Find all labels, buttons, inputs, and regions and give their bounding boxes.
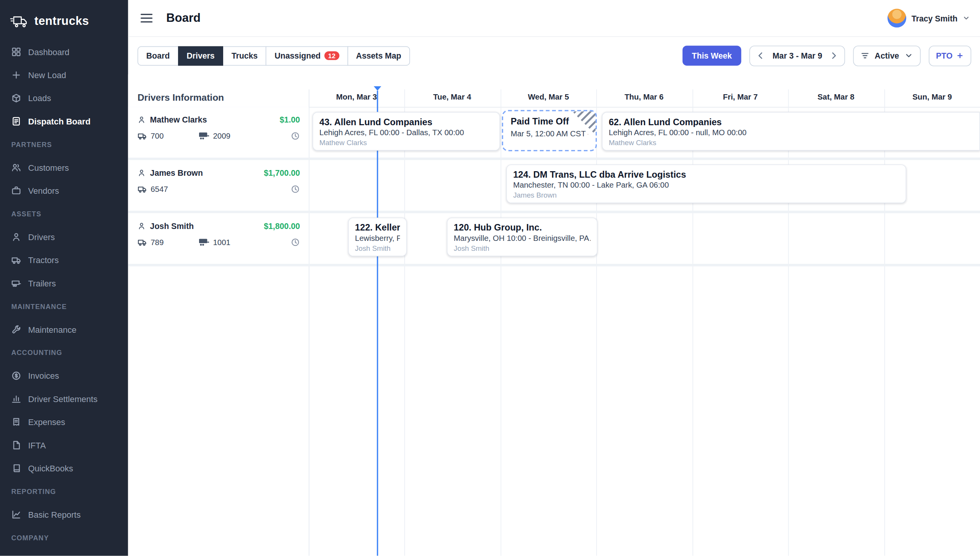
driver-amount: $1,700.00 bbox=[264, 168, 300, 177]
day-header: Sun, Mar 9 bbox=[884, 87, 980, 107]
date-range-picker: Mar 3 - Mar 9 bbox=[750, 45, 846, 66]
menu-icon[interactable] bbox=[140, 14, 152, 23]
load-card[interactable]: 62. Allen Lund Companies Lehigh Acres, F… bbox=[602, 112, 980, 150]
truck-icon bbox=[137, 237, 147, 247]
driver-row[interactable]: James Brown $1,700.00 6547 bbox=[128, 160, 309, 211]
tab-drivers[interactable]: Drivers bbox=[178, 46, 224, 65]
day-header: Wed, Mar 5 bbox=[501, 87, 596, 107]
dollar-circle-icon bbox=[11, 371, 21, 381]
toolbar: Board Drivers Trucks Unassigned 12 Asset… bbox=[128, 37, 980, 74]
person-icon bbox=[137, 116, 145, 124]
chevron-left-icon[interactable] bbox=[756, 51, 765, 60]
sidebar-item-label: Drivers bbox=[28, 232, 55, 242]
row-divider bbox=[128, 264, 980, 267]
tab-label: Drivers bbox=[186, 51, 214, 60]
sidebar-item-ifta[interactable]: IFTA bbox=[6, 436, 122, 455]
sidebar-item-dashboard[interactable]: Dashboard bbox=[6, 43, 122, 61]
sidebar-item-label: IFTA bbox=[28, 440, 46, 450]
load-driver: Mathew Clarks bbox=[609, 139, 973, 146]
load-card[interactable]: 124. DM Trans, LLC dba Arrive Logistics … bbox=[506, 164, 906, 203]
sidebar-item-maintenance[interactable]: Maintenance bbox=[6, 320, 122, 339]
truck-icon bbox=[137, 131, 147, 141]
sidebar-item-label: Tractors bbox=[28, 255, 59, 265]
avatar bbox=[888, 9, 906, 28]
load-card[interactable]: 43. Allen Lund Companies Lehigh Acres, F… bbox=[312, 112, 500, 150]
driver-name: Josh Smith bbox=[150, 221, 194, 231]
plus-icon bbox=[956, 52, 964, 60]
unassigned-count-badge: 12 bbox=[324, 51, 339, 60]
sidebar-item-label: Basic Reports bbox=[28, 510, 80, 519]
sidebar-item-driver-settlements[interactable]: Driver Settlements bbox=[6, 389, 122, 408]
user-name: Tracy Smith bbox=[911, 13, 957, 23]
toolbar-right: This Week Mar 3 - Mar 9 Active PTO bbox=[683, 45, 971, 66]
sidebar-item-loads[interactable]: Loads bbox=[6, 89, 122, 108]
sidebar-item-label: Dashboard bbox=[28, 47, 69, 56]
screen: tentrucks Dashboard New Load Loads Dispa… bbox=[0, 0, 980, 556]
sidebar-item-trailers[interactable]: Trailers bbox=[6, 274, 122, 293]
pto-add-button[interactable]: PTO bbox=[928, 45, 971, 66]
pto-label: PTO bbox=[936, 51, 952, 60]
load-card[interactable]: 120. Hub Group, Inc. Marysville, OH 10:0… bbox=[447, 217, 597, 256]
tab-assets-map[interactable]: Assets Map bbox=[347, 46, 410, 65]
sidebar-item-vendors[interactable]: Vendors bbox=[6, 181, 122, 200]
tab-label: Trucks bbox=[232, 51, 258, 60]
sidebar-item-employees[interactable]: Employees bbox=[6, 551, 122, 556]
logo[interactable]: tentrucks bbox=[0, 0, 128, 43]
briefcase-icon bbox=[11, 186, 21, 196]
sidebar-item-customers[interactable]: Customers bbox=[6, 158, 122, 177]
load-title: 122. Keller F… bbox=[355, 222, 400, 232]
sidebar-item-tractors[interactable]: Tractors bbox=[6, 251, 122, 270]
trailer-number: 2009 bbox=[213, 132, 230, 141]
load-route: Marysville, OH 10:00 - Breinigsville, PA… bbox=[454, 234, 591, 243]
clipboard-icon bbox=[11, 116, 21, 126]
sidebar-item-expenses[interactable]: Expenses bbox=[6, 413, 122, 432]
main-content: Board Tracy Smith Board Drivers Trucks U… bbox=[128, 0, 980, 556]
clock-icon[interactable] bbox=[291, 131, 300, 141]
sidebar-item-label: Loads bbox=[28, 93, 51, 103]
tab-label: Board bbox=[146, 51, 170, 60]
clock-icon[interactable] bbox=[291, 185, 300, 194]
load-driver: Josh Smith bbox=[454, 244, 591, 252]
sidebar-item-label: Trailers bbox=[28, 278, 56, 288]
driver-row[interactable]: Josh Smith $1,800.00 789 1001 bbox=[128, 213, 309, 264]
sidebar-item-new-load[interactable]: New Load bbox=[6, 65, 122, 84]
tab-board[interactable]: Board bbox=[137, 46, 178, 65]
driver-row[interactable]: Mathew Clarks $1.00 700 2009 bbox=[128, 107, 309, 157]
day-header: Tue, Mar 4 bbox=[404, 87, 500, 107]
this-week-button[interactable]: This Week bbox=[683, 46, 742, 65]
status-filter-dropdown[interactable]: Active bbox=[853, 45, 920, 66]
sidebar-item-quickbooks[interactable]: QuickBooks bbox=[6, 459, 122, 478]
sidebar-item-drivers[interactable]: Drivers bbox=[6, 227, 122, 246]
load-route: Lewisberry, P… bbox=[355, 234, 400, 243]
sidebar-item-dispatch-board[interactable]: Dispatch Board bbox=[6, 112, 122, 131]
current-time-caret bbox=[374, 86, 381, 90]
truck-number: 700 bbox=[150, 132, 163, 141]
document-icon bbox=[11, 440, 21, 450]
sidebar-item-basic-reports[interactable]: Basic Reports bbox=[6, 505, 122, 524]
load-title: 124. DM Trans, LLC dba Arrive Logistics bbox=[513, 169, 899, 179]
clock-icon[interactable] bbox=[291, 237, 300, 247]
wrench-icon bbox=[11, 324, 21, 334]
status-filter-label: Active bbox=[875, 51, 899, 60]
sidebar-item-label: Dispatch Board bbox=[28, 116, 90, 126]
sidebar-item-invoices[interactable]: Invoices bbox=[6, 366, 122, 385]
view-tabs: Board Drivers Trucks Unassigned 12 Asset… bbox=[137, 46, 410, 65]
user-menu[interactable]: Tracy Smith bbox=[888, 9, 970, 28]
tab-unassigned[interactable]: Unassigned 12 bbox=[266, 46, 348, 65]
load-route: Lehigh Acres, FL 00:00 - Dallas, TX 00:0… bbox=[319, 128, 493, 137]
load-title: 120. Hub Group, Inc. bbox=[454, 222, 591, 232]
page-title: Board bbox=[166, 11, 201, 25]
pto-card[interactable]: Paid Time Off Mar 5, 12:00 AM CST – … bbox=[502, 110, 597, 151]
tab-trucks[interactable]: Trucks bbox=[223, 46, 266, 65]
users-icon bbox=[11, 162, 21, 172]
bar-chart-icon bbox=[11, 394, 21, 404]
app: tentrucks Dashboard New Load Loads Dispa… bbox=[0, 0, 980, 556]
date-range-label: Mar 3 - Mar 9 bbox=[773, 51, 822, 60]
chevron-right-icon[interactable] bbox=[830, 51, 838, 60]
driver-name: Mathew Clarks bbox=[150, 115, 207, 124]
sidebar-nav: Dashboard New Load Loads Dispatch Board … bbox=[0, 43, 128, 556]
tab-label: Assets Map bbox=[356, 51, 401, 60]
sidebar-section-reporting: REPORTING bbox=[6, 482, 122, 501]
load-card[interactable]: 122. Keller F… Lewisberry, P… Josh Smith bbox=[348, 217, 407, 256]
truck-number: 789 bbox=[150, 238, 163, 247]
